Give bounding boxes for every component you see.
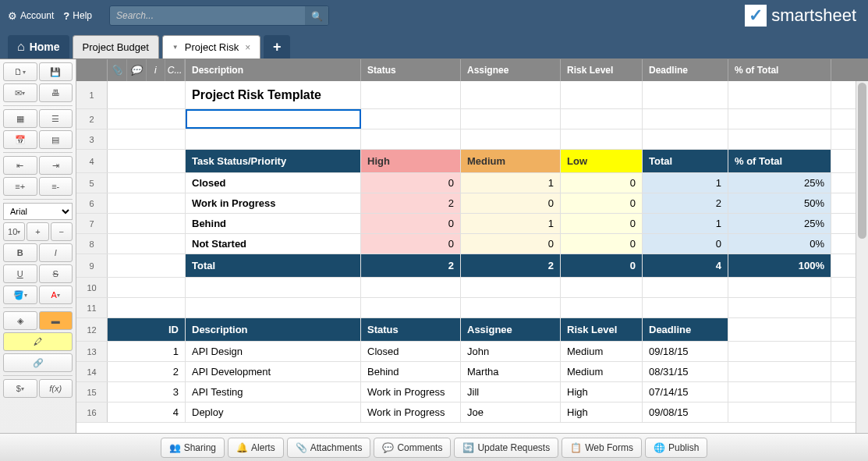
detail-hdr-risk[interactable]: Risk Level	[561, 318, 643, 341]
detail-assignee[interactable]: Martha	[461, 362, 561, 381]
row-number[interactable]: 15	[76, 382, 108, 402]
tab-project-risk[interactable]: ▼ Project Risk ×	[162, 35, 260, 59]
detail-risk[interactable]: Medium	[561, 342, 643, 361]
email-button[interactable]: ✉▾	[3, 83, 37, 102]
row-number[interactable]: 2	[76, 109, 108, 129]
detail-status[interactable]: Work in Progress	[361, 402, 461, 422]
detail-risk[interactable]: High	[561, 402, 643, 422]
calendar-view-button[interactable]: 📅	[3, 130, 37, 149]
total-pct[interactable]: 100%	[728, 254, 831, 277]
detail-status[interactable]: Behind	[361, 362, 461, 381]
scrollbar-thumb[interactable]	[858, 83, 866, 239]
add-tab-button[interactable]	[264, 35, 290, 59]
fill-color-button[interactable]: 🪣▾	[3, 285, 37, 304]
formula-button[interactable]: f(x)	[39, 379, 73, 398]
account-menu[interactable]: Account	[8, 10, 54, 22]
web-forms-button[interactable]: 📋Web Forms	[562, 438, 642, 458]
attachment-col-icon[interactable]: 📎	[108, 59, 127, 81]
card-view-button[interactable]: ▤	[39, 130, 73, 149]
indent-button[interactable]: ⇥	[39, 156, 73, 175]
header-corner[interactable]	[76, 59, 108, 81]
total-high[interactable]: 2	[361, 254, 461, 277]
strike-button[interactable]: S	[39, 264, 73, 283]
detail-desc[interactable]: API Testing	[186, 382, 361, 402]
detail-hdr-status[interactable]: Status	[361, 318, 461, 341]
detail-hdr-deadline[interactable]: Deadline	[643, 318, 728, 341]
search-input[interactable]	[110, 10, 305, 21]
tab-project-budget[interactable]: Project Budget	[73, 35, 159, 59]
detail-assignee[interactable]: Joe	[461, 402, 561, 422]
decrease-size-button[interactable]: −	[51, 222, 73, 241]
italic-button[interactable]: I	[39, 243, 73, 262]
print-button[interactable]: 🖶	[39, 83, 73, 102]
save-button[interactable]: 🗋▾	[3, 62, 37, 81]
summary-pct[interactable]: 50%	[728, 193, 831, 213]
summary-medium[interactable]: 1	[461, 214, 561, 233]
link-button[interactable]: 🔗	[3, 353, 73, 372]
summary-hdr-low[interactable]: Low	[561, 150, 643, 172]
search-button[interactable]	[305, 6, 328, 25]
col-deadline[interactable]: Deadline	[643, 59, 728, 81]
underline-button[interactable]: U	[3, 264, 37, 283]
col-assignee[interactable]: Assignee	[461, 59, 561, 81]
summary-high[interactable]: 0	[361, 214, 461, 233]
currency-button[interactable]: $▾	[3, 379, 37, 398]
grid-view-button[interactable]: ▦	[3, 109, 37, 128]
row-number[interactable]: 3	[76, 129, 108, 149]
delete-row-button[interactable]: ≡-	[39, 177, 73, 196]
detail-risk[interactable]: High	[561, 382, 643, 402]
highlight2-button[interactable]: 🖍	[3, 332, 73, 351]
summary-hdr-high[interactable]: High	[361, 150, 461, 172]
font-size-select[interactable]: 10▾	[3, 222, 25, 241]
summary-medium[interactable]: 0	[461, 193, 561, 213]
row-number[interactable]: 13	[76, 342, 108, 361]
outdent-button[interactable]: ⇤	[3, 156, 37, 175]
row-number[interactable]: 4	[76, 150, 108, 172]
publish-button[interactable]: 🌐Publish	[645, 438, 707, 458]
detail-deadline[interactable]: 09/18/15	[643, 342, 728, 361]
summary-medium[interactable]: 1	[461, 173, 561, 193]
detail-desc[interactable]: API Design	[186, 342, 361, 361]
alerts-button[interactable]: 🔔Alerts	[228, 438, 284, 458]
row-number[interactable]: 6	[76, 193, 108, 213]
summary-hdr-task[interactable]: Task Status/Priority	[186, 150, 361, 172]
selected-cell[interactable]	[186, 109, 361, 129]
indicator-col-icon[interactable]: i	[147, 59, 166, 81]
close-icon[interactable]: ×	[245, 42, 250, 53]
detail-status[interactable]: Closed	[361, 342, 461, 361]
total-low[interactable]: 0	[561, 254, 643, 277]
conditional-format-button[interactable]: ◈	[3, 311, 37, 330]
col-description[interactable]: Description	[186, 59, 361, 81]
summary-hdr-medium[interactable]: Medium	[461, 150, 561, 172]
summary-total[interactable]: 1	[643, 173, 728, 193]
col-risk-level[interactable]: Risk Level	[561, 59, 643, 81]
summary-high[interactable]: 0	[361, 234, 461, 254]
summary-total[interactable]: 0	[643, 234, 728, 254]
detail-risk[interactable]: Medium	[561, 362, 643, 381]
summary-label[interactable]: Closed	[186, 173, 361, 193]
row-number[interactable]: 1	[76, 81, 108, 108]
detail-desc[interactable]: Deploy	[186, 402, 361, 422]
comments-button[interactable]: 💬Comments	[374, 438, 451, 458]
row-number[interactable]: 16	[76, 402, 108, 422]
col-status[interactable]: Status	[361, 59, 461, 81]
summary-label[interactable]: Not Started	[186, 234, 361, 254]
detail-deadline[interactable]: 08/31/15	[643, 362, 728, 381]
home-button[interactable]: Home	[8, 35, 69, 59]
summary-high[interactable]: 0	[361, 173, 461, 193]
row-number[interactable]: 12	[76, 318, 108, 341]
save-icon-button[interactable]: 💾	[39, 62, 73, 81]
tab-dropdown-icon[interactable]: ▼	[172, 44, 179, 51]
summary-total[interactable]: 1	[643, 214, 728, 233]
summary-high[interactable]: 2	[361, 193, 461, 213]
summary-pct[interactable]: 25%	[728, 214, 831, 233]
summary-hdr-pct[interactable]: % of Total	[728, 150, 831, 172]
row-number[interactable]: 8	[76, 234, 108, 254]
comment-col-icon[interactable]: 💬	[127, 59, 147, 81]
summary-total[interactable]: 2	[643, 193, 728, 213]
update-requests-button[interactable]: 🔄Update Requests	[454, 438, 558, 458]
vertical-scrollbar[interactable]	[856, 81, 868, 433]
detail-hdr-assignee[interactable]: Assignee	[461, 318, 561, 341]
increase-size-button[interactable]: +	[27, 222, 48, 241]
detail-deadline[interactable]: 07/14/15	[643, 382, 728, 402]
